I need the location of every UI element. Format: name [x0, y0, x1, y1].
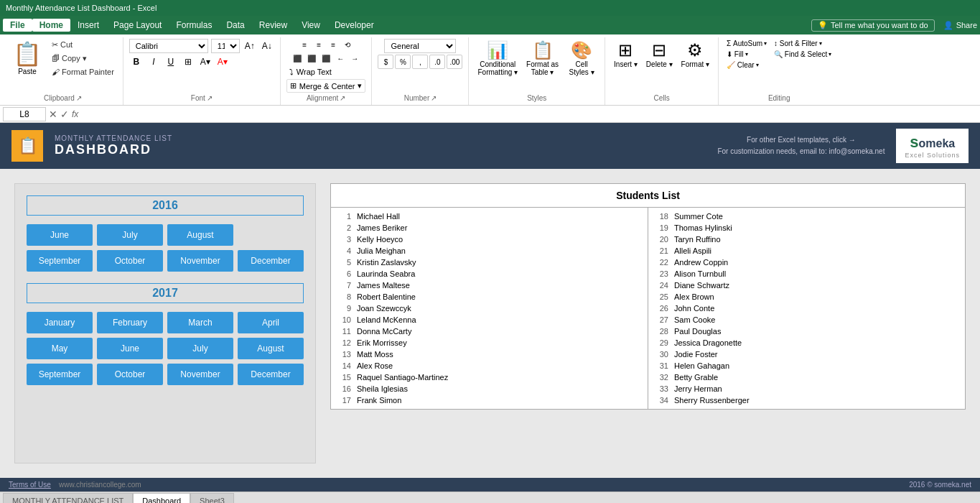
align-top-center-button[interactable]: ≡ [312, 39, 325, 50]
align-right-button[interactable]: ⬛ [319, 52, 332, 64]
confirm-formula-icon[interactable]: ✓ [60, 109, 69, 120]
comma-button[interactable]: , [412, 55, 428, 69]
menu-home[interactable]: Home [32, 19, 70, 32]
month-dec-2016[interactable]: December [238, 250, 304, 272]
calendar-panel: 2016 June July August September October … [14, 183, 316, 463]
month-apr-2017[interactable]: April [238, 312, 304, 333]
month-jul-2017[interactable]: July [167, 338, 233, 359]
format-as-table-button[interactable]: 📋 Format asTable ▾ [523, 39, 561, 78]
font-size-select[interactable]: 11 [211, 39, 240, 53]
fill-color-button[interactable]: A▾ [198, 55, 213, 69]
month-aug-2016[interactable]: August [167, 224, 233, 246]
indent-decrease-button[interactable]: ← [334, 52, 347, 64]
sheet-tab-dashboard[interactable]: Dashboard [133, 493, 190, 503]
month-jul-2016[interactable]: July [97, 224, 163, 246]
clear-button[interactable]: 🧹 Clear▾ [724, 60, 769, 70]
menu-insert[interactable]: Insert [70, 19, 106, 32]
conditional-formatting-button[interactable]: 📊 ConditionalFormatting ▾ [475, 39, 521, 78]
menu-formulas[interactable]: Formulas [169, 19, 219, 32]
student-number: 27 [654, 315, 668, 324]
student-name: Diane Schwartz [674, 281, 959, 290]
cancel-formula-icon[interactable]: ✕ [49, 109, 57, 120]
month-jun-2016[interactable]: June [27, 224, 93, 246]
terms-link[interactable]: Terms of Use [9, 481, 51, 489]
month-mar-2017[interactable]: March [167, 312, 233, 333]
font-expand-icon[interactable]: ↗ [207, 94, 213, 102]
number-expand-icon[interactable]: ↗ [431, 94, 437, 102]
student-row: 8Robert Balentine [337, 291, 642, 303]
autosum-button[interactable]: Σ AutoSum▾ [724, 39, 769, 48]
currency-button[interactable]: $ [378, 55, 393, 69]
tell-me-search[interactable]: 💡 Tell me what you want to do [811, 19, 935, 32]
month-aug-2017[interactable]: August [238, 338, 304, 359]
month-nov-2017[interactable]: November [167, 364, 233, 385]
year-2017-label: 2017 [27, 283, 304, 303]
paste-button[interactable]: 📋 Paste [9, 39, 46, 78]
student-row: 33Jerry Herman [654, 383, 959, 394]
month-sep-2016[interactable]: September [27, 250, 93, 272]
clipboard-expand-icon[interactable]: ↗ [76, 94, 82, 102]
bold-button[interactable]: B [129, 55, 144, 69]
footer-left: Terms of Use www.christiancollege.com [9, 481, 141, 489]
underline-button[interactable]: U [164, 55, 178, 69]
fill-button[interactable]: ⬇ Fill▾ [724, 50, 769, 59]
sort-filter-button[interactable]: ↕ Sort & Filter▾ [772, 39, 834, 48]
alignment-expand-icon[interactable]: ↗ [340, 94, 345, 102]
font-color-button[interactable]: A▾ [215, 55, 230, 69]
month-jan-2017[interactable]: January [27, 312, 93, 333]
student-name: Alex Brown [674, 292, 959, 301]
format-button[interactable]: ⚙ Format ▾ [678, 39, 712, 70]
align-top-right-button[interactable]: ≡ [327, 39, 340, 50]
cell-styles-button[interactable]: 🎨 CellStyles ▾ [564, 39, 599, 78]
month-nov-2016[interactable]: November [167, 250, 233, 272]
month-sep-2017[interactable]: September [27, 364, 93, 385]
menu-developer[interactable]: Developer [327, 19, 381, 32]
month-jun-2017[interactable]: June [97, 338, 163, 359]
increase-font-button[interactable]: A↑ [243, 39, 257, 53]
insert-button[interactable]: ⊞ Insert ▾ [611, 39, 640, 70]
menu-review[interactable]: Review [252, 19, 294, 32]
student-name: Donna McCarty [357, 327, 642, 336]
delete-button[interactable]: ⊟ Delete ▾ [643, 39, 676, 70]
sheet-tab-sheet3[interactable]: Sheet3 [190, 493, 234, 503]
cell-reference-input[interactable] [3, 107, 46, 121]
align-center-button[interactable]: ⬛ [305, 52, 318, 64]
format-as-table-icon: 📋 [532, 40, 554, 60]
menu-page-layout[interactable]: Page Layout [106, 19, 169, 32]
clipboard-small-buttons: ✂ Cut 🗐 Copy ▾ 🖌 Format Painter [49, 39, 117, 78]
cut-button[interactable]: ✂ Cut [49, 39, 117, 51]
border-button[interactable]: ⊞ [181, 55, 195, 69]
increase-decimal-button[interactable]: .0 [429, 55, 445, 69]
editing-left: Σ AutoSum▾ ⬇ Fill▾ 🧹 Clear▾ [724, 39, 769, 70]
copy-button[interactable]: 🗐 Copy ▾ [49, 52, 117, 65]
format-painter-button[interactable]: 🖌 Format Painter [49, 66, 117, 78]
sheet-tab-attendance[interactable]: MONTHLY ATTENDANCE LIST [3, 493, 133, 503]
menu-data[interactable]: Data [219, 19, 251, 32]
month-may-2017[interactable]: May [27, 338, 93, 359]
decrease-decimal-button[interactable]: .00 [447, 55, 462, 69]
formula-input[interactable] [81, 108, 977, 121]
share-button[interactable]: 👤 Share [943, 21, 977, 30]
merge-center-button[interactable]: ⊞ Merge & Center ▾ [286, 79, 366, 93]
find-select-button[interactable]: 🔍 Find & Select▾ [772, 50, 834, 59]
month-dec-2017[interactable]: December [238, 364, 304, 385]
menu-view[interactable]: View [294, 19, 327, 32]
someka-logo-text: s omeka [910, 133, 955, 152]
indent-increase-button[interactable]: → [348, 52, 361, 64]
student-number: 24 [654, 281, 668, 290]
wrap-text-button[interactable]: ⤵ Wrap Text [286, 66, 366, 78]
italic-button[interactable]: I [146, 55, 161, 69]
student-row: 14Alex Rose [337, 360, 642, 372]
decrease-font-button[interactable]: A↓ [260, 39, 274, 53]
font-name-select[interactable]: Calibri [129, 39, 208, 53]
month-feb-2017[interactable]: February [97, 312, 163, 333]
number-format-select[interactable]: General [384, 39, 456, 53]
orientation-button[interactable]: ⟲ [341, 39, 354, 50]
menu-file[interactable]: File [3, 19, 32, 32]
percent-button[interactable]: % [395, 55, 411, 69]
align-top-left-button[interactable]: ≡ [298, 39, 311, 50]
month-oct-2017[interactable]: October [97, 364, 163, 385]
month-oct-2016[interactable]: October [97, 250, 163, 272]
align-left-button[interactable]: ⬛ [291, 52, 304, 64]
student-name: Joan Szewccyk [357, 304, 642, 313]
